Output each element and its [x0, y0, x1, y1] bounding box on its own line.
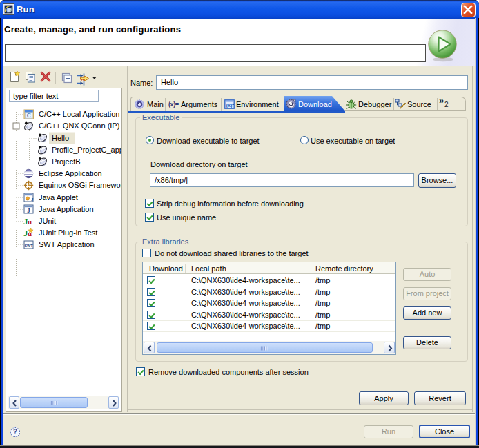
svg-text:u: u — [28, 217, 32, 226]
svg-text:J: J — [31, 197, 34, 202]
svg-text:J: J — [27, 207, 30, 214]
svg-text:SWT: SWT — [24, 244, 33, 248]
svg-text:(x): (x) — [226, 103, 233, 108]
svg-text:C: C — [27, 112, 31, 119]
